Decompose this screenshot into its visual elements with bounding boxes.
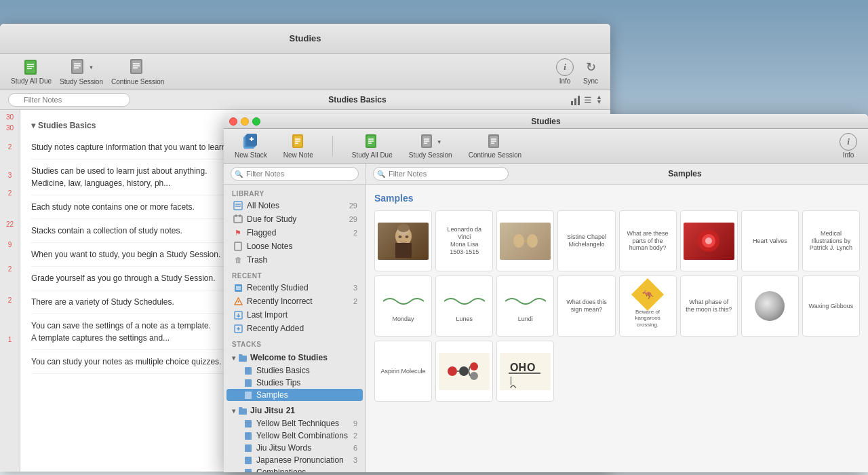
minimize-button[interactable] xyxy=(241,117,249,126)
svg-rect-72 xyxy=(397,224,410,232)
section-chevron: ▾ xyxy=(31,121,35,130)
card-moon-image[interactable] xyxy=(741,276,799,337)
sistine-chapel-text: Sistine ChapelMichelangelo xyxy=(566,232,608,250)
window-back-title: Studies xyxy=(290,33,321,43)
sidebar-item-all-notes[interactable]: All Notes 29 xyxy=(224,199,366,212)
main-breadcrumb: Samples xyxy=(509,169,861,178)
card-aspirin-molecule[interactable] xyxy=(435,341,493,402)
note-text-5: When you want to study, you begin a Stud… xyxy=(31,250,220,259)
card-heart-valves-image[interactable] xyxy=(680,210,738,271)
new-stack-button[interactable]: New Stack xyxy=(232,132,270,160)
samples-section-title: Samples xyxy=(374,193,860,204)
bar-chart-icon[interactable] xyxy=(571,94,580,105)
continue-session-label: Continue Session xyxy=(111,78,164,86)
svg-point-82 xyxy=(470,372,478,380)
recently-added-label: Recently Added xyxy=(247,324,304,333)
card-oh-formula[interactable]: OH | O O xyxy=(496,341,554,402)
sidebar-item-due-for-study[interactable]: Due for Study 29 xyxy=(224,212,366,226)
card-moon-question[interactable]: What phase of the moon is this? xyxy=(680,276,738,337)
trash-icon: 🗑 xyxy=(233,255,243,265)
front-study-all-due-button[interactable]: Study All Due xyxy=(349,132,395,160)
card-aspirin-label[interactable]: Aspirin Molecule xyxy=(374,341,432,402)
jiu-jitsu-header[interactable]: ▾ Jiu Jitsu 21 xyxy=(224,404,366,417)
svg-rect-66 xyxy=(245,469,252,473)
jiu-jitsu-words-label: Jiu Jitsu Words xyxy=(256,443,311,453)
stack-item-yellow-belt-combinations[interactable]: Yellow Belt Combinations 2 xyxy=(224,430,366,442)
card-lunes[interactable]: Lunes xyxy=(435,276,493,337)
jiu-jitsu-stack: ▾ Jiu Jitsu 21 Yellow Belt Techniques 9 xyxy=(224,402,366,472)
svg-rect-61 xyxy=(239,408,247,415)
recently-studied-count: 3 xyxy=(353,284,357,292)
study-session-button[interactable]: ▼ Study Session xyxy=(60,58,103,86)
card-waxing-gibbous[interactable]: Waxing Gibbous xyxy=(802,276,860,337)
card-kangaroo[interactable]: 🦘 Beware ofkangarooscrossing. xyxy=(619,276,677,337)
sidebar-item-flagged[interactable]: ⚑ Flagged 2 xyxy=(224,226,366,240)
study-all-due-label: Study All Due xyxy=(11,77,52,85)
stack-item-combinations[interactable]: Combinations xyxy=(224,466,366,472)
continue-session-button[interactable]: Continue Session xyxy=(111,58,164,86)
stack-item-studies-tips[interactable]: Studies Tips xyxy=(224,377,366,389)
card-creation-image[interactable] xyxy=(496,210,554,271)
stack-item-yellow-belt-techniques[interactable]: Yellow Belt Techniques 9 xyxy=(224,417,366,430)
all-notes-label: All Notes xyxy=(247,201,279,210)
cards-row-1: Leonardo da VinciMona Lisa1503-1515 xyxy=(374,210,860,271)
stack-item-samples[interactable]: Samples xyxy=(226,389,363,401)
creation-thumbnail xyxy=(500,223,551,260)
card-mona-lisa-image[interactable] xyxy=(374,210,432,271)
list-view-icon[interactable]: ☰ xyxy=(584,95,592,105)
svg-point-71 xyxy=(405,235,408,238)
info-button[interactable]: i Info xyxy=(556,58,574,85)
svg-rect-58 xyxy=(245,367,252,375)
note-text-8: You can save the settings of a note as a… xyxy=(31,321,211,343)
svg-rect-62 xyxy=(245,420,252,428)
card-heart-valves-text[interactable]: Heart Valves xyxy=(741,210,799,271)
front-info-icon: i xyxy=(840,133,857,151)
margin-num-10: 1 xyxy=(8,335,12,345)
sidebar-item-recently-studied[interactable]: Recently Studied 3 xyxy=(224,281,366,294)
sort-icon[interactable]: ▲▼ xyxy=(596,95,602,104)
sidebar-item-last-import[interactable]: Last Import xyxy=(224,308,366,322)
card-human-body-text[interactable]: What are these parts of the human body? xyxy=(619,210,677,271)
filter-input-front[interactable] xyxy=(231,167,359,180)
stack-item-jiu-jitsu-words[interactable]: Jiu Jitsu Words 6 xyxy=(224,442,366,454)
card-sistine-chapel-text[interactable]: Sistine ChapelMichelangelo xyxy=(557,210,615,271)
card-mona-lisa-text[interactable]: Leonardo da VinciMona Lisa1503-1515 xyxy=(435,210,493,271)
front-continue-session-button[interactable]: Continue Session xyxy=(466,132,524,160)
front-info-button[interactable]: i Info xyxy=(837,132,860,160)
stack-item-japanese-pronunciation[interactable]: Japanese Pronunciation 3 xyxy=(224,454,366,466)
welcome-to-studies-header[interactable]: ▾ Welcome to Studies xyxy=(224,351,366,364)
study-all-due-button[interactable]: Study All Due xyxy=(11,58,52,85)
studies-tips-icon xyxy=(244,379,252,387)
card-lundi[interactable]: Lundi xyxy=(496,276,554,337)
note-text-7: There are a variety of Study Schedules. xyxy=(31,297,174,307)
svg-text:OH: OH xyxy=(510,362,526,373)
sidebar-item-trash[interactable]: 🗑 Trash xyxy=(224,253,366,267)
svg-rect-64 xyxy=(245,444,252,452)
card-medical-illustrations[interactable]: Medical Illustrations by Patrick J. Lync… xyxy=(802,210,860,271)
svg-text:|: | xyxy=(510,375,512,385)
margin-num-4: 3 xyxy=(8,171,12,180)
margin-num-3: 2 xyxy=(8,142,12,152)
all-notes-count: 29 xyxy=(349,202,357,210)
loose-notes-label: Loose Notes xyxy=(247,242,292,251)
new-note-button[interactable]: New Note xyxy=(281,132,316,160)
close-button[interactable] xyxy=(229,117,237,126)
sidebar-item-recently-incorrect[interactable]: Recently Incorrect 2 xyxy=(224,294,366,308)
filter-input-back[interactable] xyxy=(8,93,130,107)
front-study-session-button[interactable]: ▼ Study Session xyxy=(406,132,455,160)
sidebar-item-loose-notes[interactable]: Loose Notes xyxy=(224,240,366,253)
window-front-titlebar: Studies xyxy=(224,114,868,129)
medical-illustrations-text: Medical Illustrations by Patrick J. Lync… xyxy=(806,229,856,253)
sidebar-item-recently-added[interactable]: Recently Added xyxy=(224,322,366,335)
stack-item-studies-basics[interactable]: Studies Basics xyxy=(224,364,366,377)
traffic-lights xyxy=(229,117,260,126)
filter-container-front: 🔍 xyxy=(231,167,359,180)
card-monday[interactable]: Monday xyxy=(374,276,432,337)
main-filter-input[interactable] xyxy=(373,167,509,180)
main-search-icon: 🔍 xyxy=(377,170,385,178)
maximize-button[interactable] xyxy=(252,117,260,126)
oh-visual: OH | O O xyxy=(500,353,551,390)
card-sign-question[interactable]: What does this sign mean? xyxy=(557,276,615,337)
bar3 xyxy=(578,96,580,105)
sync-button[interactable]: ↻ Sync xyxy=(582,58,599,85)
